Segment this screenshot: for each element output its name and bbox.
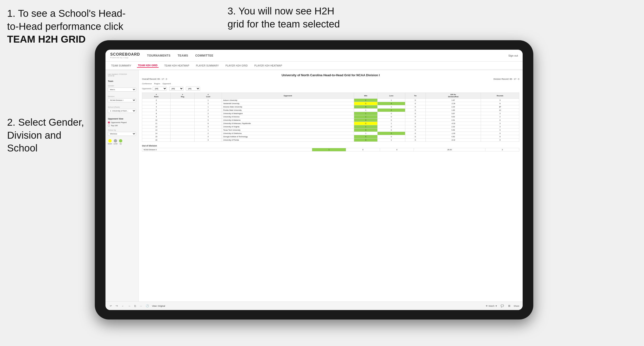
cell-tie: 0 [405,125,426,129]
out-of-division-section: Out of division NCAA Division II 1 0 0 2… [142,145,519,152]
view-original[interactable]: View: Original [152,305,165,307]
subnav-player-summary[interactable]: PLAYER SUMMARY [195,64,220,67]
subnav-team-summary[interactable]: TEAM SUMMARY [110,64,132,67]
out-div-loss: 0 [346,148,380,152]
cell-opponent: Texas Tech University [222,129,354,132]
cell-rounds: 9 [481,135,519,139]
clock-button[interactable]: 🕐 [145,304,150,308]
cell-rank: 4 [142,105,171,109]
cell-conf: 2 [194,112,222,115]
th-win: Win [354,93,377,99]
cell-diff: -1.00 [426,132,481,135]
forward-button[interactable]: → [127,304,132,308]
th-opponent: Opponent [222,93,354,99]
logo: SCOREBOARD Powered by clipp [110,52,140,59]
cell-conf: 1 [194,105,222,109]
cell-rank: 11 [142,122,171,125]
cell-reg [170,112,194,115]
radio-opponents-played[interactable]: Opponents Played [108,121,136,124]
cell-opponent: University of Alabama [222,119,354,122]
cell-win: 0 [354,102,377,105]
cell-loss: 0 [378,129,405,132]
legend-level: Level [114,139,118,145]
subnav-team-h2h-heatmap[interactable]: TEAM H2H HEATMAP [163,64,190,67]
th-reg: #Reg [170,93,194,99]
cell-reg [170,102,194,105]
school-select[interactable]: 1. University of Nort... [108,109,136,113]
watch-label: Watch [488,305,494,307]
cell-tie: 0 [405,139,426,142]
nav-teams[interactable]: TEAMS [178,54,188,57]
legend-down: Down [108,139,112,145]
cell-opponent: University of Washington [222,112,354,115]
annotation-step1-line2: to-Head performance click [7,21,123,32]
nav-tournaments[interactable]: TOURNAMENTS [147,54,171,57]
cell-rounds: 12 [481,109,519,112]
cell-opponent: University of Virginia [222,125,354,129]
share-button[interactable]: Share [514,305,519,307]
th-conf: #Conf [194,93,222,99]
school-label: School (Rank) [108,106,136,108]
radio-top100[interactable]: Top 100 [108,125,136,127]
region-filter-select[interactable]: (All) [169,87,184,91]
back-button[interactable]: ← [121,304,125,308]
toolbar-right: 👁 Watch ▼ 💬 ⊞ Share [486,304,519,308]
th-loss: Loss [378,93,405,99]
logo-sub-text: Powered by clipp [110,57,140,59]
radio-top100-dot [108,125,110,127]
nav-committee[interactable]: COMMITTEE [195,54,214,57]
cell-win: 3 [354,139,377,142]
annotation-step2-line3: School [7,143,38,154]
opponent-view-title: Opponent View [108,118,136,120]
undo-button[interactable]: ↩ [109,304,113,308]
annotation-step1-line1: 1. To see a School's Head- [7,8,126,19]
table-row: 14 2 University of Oklahoma 1 2 0 -1.00 … [142,132,519,135]
legend-up: Up [119,139,122,145]
subnav-player-h2h-heatmap[interactable]: PLAYER H2H HEATMAP [254,64,283,67]
radio-opponents-played-label: Opponents Played [111,121,126,124]
cell-win: 1 [354,125,377,129]
more-button[interactable]: ··· [139,304,143,308]
cell-diff: 3.67 [426,112,481,115]
cell-tie: 0 [405,115,426,119]
filter-region: Region [154,83,160,85]
colour-by-select[interactable]: Win/loss [108,132,136,136]
team-section-title: Team [108,80,136,82]
subnav-player-h2h-grid[interactable]: PLAYER H2H GRID [224,64,249,67]
division-select[interactable]: NCAA Division I NCAA Division II NCAA Di… [108,98,136,102]
gender-select[interactable]: Men's Women's [108,88,136,92]
legend: Down Level Up [108,139,136,145]
out-div-rounds: 3 [485,148,519,152]
sign-out-button[interactable]: Sign out [508,54,518,57]
table-row: 15 4 Georgia Institute of Technology 6 0… [142,135,519,139]
cell-rank: 2 [142,99,171,102]
cell-win: 2 [354,99,377,102]
subnav-team-h2h-grid[interactable]: TEAM H2H GRID [137,64,158,68]
table-header-row: #Rank #Reg #Conf Opponent Win Loss Tie D… [142,93,519,99]
cell-diff: 9.00 [426,115,481,119]
opponents-filter-select[interactable]: (All) [153,87,167,91]
cell-rank: 16 [142,139,171,142]
cell-win: 1 [354,132,377,135]
cell-rank: 3 [142,102,171,105]
cell-tie: 0 [405,105,426,109]
out-div-tie: 0 [380,148,414,152]
opponent-filter-select[interactable]: (All) [186,87,200,91]
cell-loss: 0 [378,119,405,122]
cell-loss: 1 [378,105,405,109]
redo-button[interactable]: ↪ [115,304,119,308]
cell-tie: 0 [405,132,426,135]
cell-rank: 15 [142,135,171,139]
cell-loss: 1 [378,99,405,102]
zoom-button[interactable]: ⊞ [507,304,511,308]
th-rank: #Rank [142,93,171,99]
comment-button[interactable]: 💬 [500,304,505,308]
copy-button[interactable]: ⎘ [134,304,137,308]
annotation-step1-bold: TEAM H2H GRID [7,34,86,45]
sidebar: Last Updated: 27/03/2024 16:55:38 Team G… [106,70,139,302]
cell-diff: 5.56 [426,129,481,132]
cell-rank: 9 [142,115,171,119]
tablet-device: SCOREBOARD Powered by clipp TOURNAMENTS … [95,40,533,320]
watch-button[interactable]: 👁 Watch ▼ [486,305,497,307]
cell-loss: 0 [378,135,405,139]
